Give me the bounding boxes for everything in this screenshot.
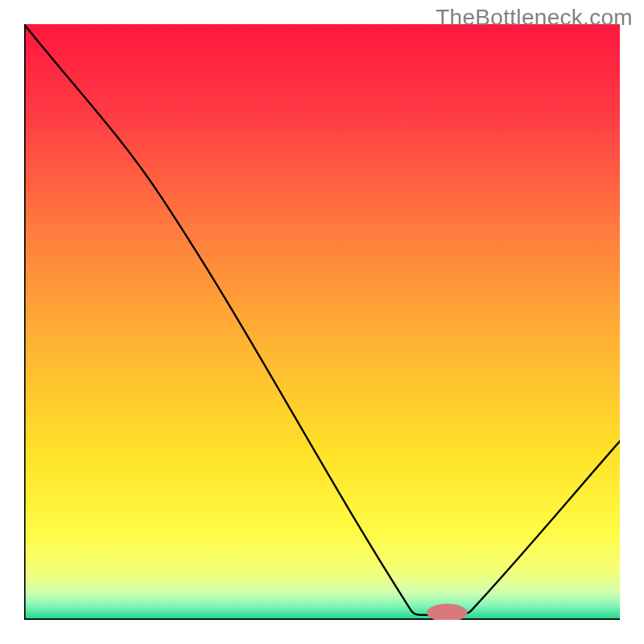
- background-gradient-rect: [24, 24, 620, 620]
- chart-plot-area: [24, 24, 620, 620]
- chart-svg: [24, 24, 620, 620]
- watermark-text: TheBottleneck.com: [436, 5, 633, 31]
- chart-container: [0, 0, 644, 644]
